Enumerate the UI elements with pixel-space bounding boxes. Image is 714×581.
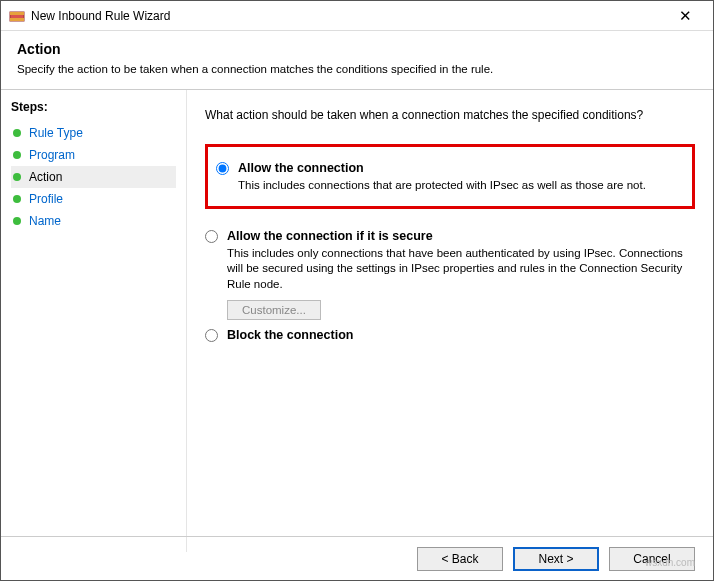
step-action[interactable]: Action xyxy=(11,166,176,188)
step-name[interactable]: Name xyxy=(11,210,176,232)
customize-button: Customize... xyxy=(227,300,321,320)
bullet-icon xyxy=(13,217,21,225)
step-label: Rule Type xyxy=(29,126,83,140)
bullet-icon xyxy=(13,151,21,159)
next-button[interactable]: Next > xyxy=(513,547,599,571)
wizard-window: New Inbound Rule Wizard ✕ Action Specify… xyxy=(0,0,714,581)
radio-block[interactable] xyxy=(205,329,218,342)
page-title: Action xyxy=(17,41,697,57)
step-label: Program xyxy=(29,148,75,162)
wizard-footer: < Back Next > Cancel xyxy=(1,536,713,580)
step-label: Profile xyxy=(29,192,63,206)
close-button[interactable]: ✕ xyxy=(665,7,705,25)
svg-rect-2 xyxy=(10,18,24,21)
page-subtitle: Specify the action to be taken when a co… xyxy=(17,63,697,75)
svg-rect-1 xyxy=(10,12,24,15)
content-prompt: What action should be taken when a conne… xyxy=(205,108,695,122)
bullet-icon xyxy=(13,129,21,137)
option-allow-highlight: Allow the connection This includes conne… xyxy=(205,144,695,209)
watermark: wsxdn.com xyxy=(645,557,695,568)
step-label: Name xyxy=(29,214,61,228)
step-label: Action xyxy=(29,170,62,184)
option-allow-secure[interactable]: Allow the connection if it is secure Thi… xyxy=(205,223,695,323)
steps-heading: Steps: xyxy=(11,100,176,114)
wizard-header: Action Specify the action to be taken wh… xyxy=(1,31,713,90)
radio-allow-secure[interactable] xyxy=(205,230,218,243)
steps-sidebar: Steps: Rule Type Program Action Profile … xyxy=(1,90,187,552)
option-title: Allow the connection xyxy=(238,161,684,175)
window-title: New Inbound Rule Wizard xyxy=(31,9,665,23)
bullet-icon xyxy=(13,173,21,181)
option-desc: This includes only connections that have… xyxy=(227,246,687,293)
step-profile[interactable]: Profile xyxy=(11,188,176,210)
wizard-body: Steps: Rule Type Program Action Profile … xyxy=(1,90,713,552)
radio-allow[interactable] xyxy=(216,162,229,175)
option-title: Allow the connection if it is secure xyxy=(227,229,695,243)
firewall-icon xyxy=(9,8,25,24)
bullet-icon xyxy=(13,195,21,203)
option-block[interactable]: Block the connection xyxy=(205,322,695,347)
option-desc: This includes connections that are prote… xyxy=(238,178,684,194)
titlebar: New Inbound Rule Wizard ✕ xyxy=(1,1,713,31)
back-button[interactable]: < Back xyxy=(417,547,503,571)
option-allow[interactable]: Allow the connection This includes conne… xyxy=(216,155,684,196)
content-pane: What action should be taken when a conne… xyxy=(187,90,713,552)
step-program[interactable]: Program xyxy=(11,144,176,166)
option-title: Block the connection xyxy=(227,328,695,342)
step-rule-type[interactable]: Rule Type xyxy=(11,122,176,144)
